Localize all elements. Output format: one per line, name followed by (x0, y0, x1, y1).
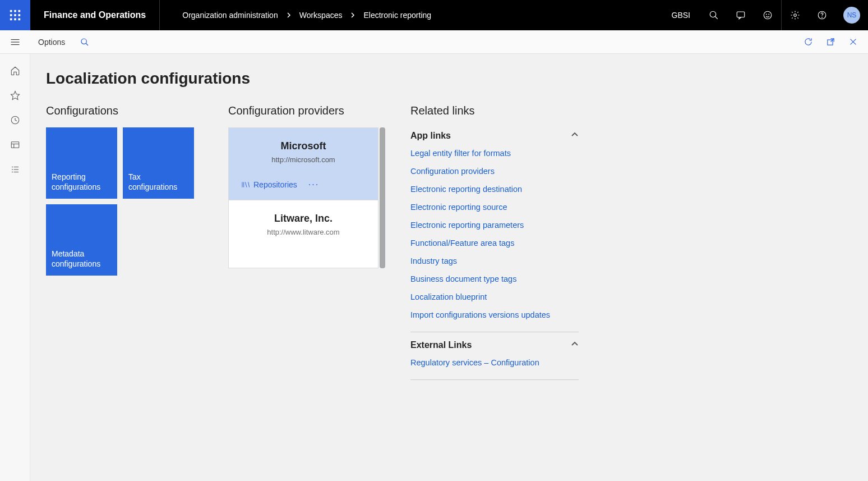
link-er-parameters[interactable]: Electronic reporting parameters (410, 216, 579, 234)
link-legal-entity-filter[interactable]: Legal entity filter for formats (410, 144, 579, 162)
star-icon (10, 90, 20, 100)
more-actions-button[interactable]: ··· (305, 180, 322, 190)
top-bar: Finance and Operations Organization admi… (0, 0, 868, 30)
company-code[interactable]: GBSI (662, 11, 700, 20)
provider-name: Litware, Inc. (239, 213, 368, 225)
svg-line-22 (86, 43, 88, 45)
options-menu[interactable]: Options (30, 38, 73, 47)
left-nav-rail (0, 54, 30, 481)
svg-line-10 (715, 16, 718, 19)
link-import-config-updates[interactable]: Import configurations versions updates (410, 306, 579, 324)
repositories-label: Repositories (253, 180, 297, 189)
user-avatar[interactable]: NS (843, 7, 860, 24)
app-title: Finance and Operations (30, 0, 160, 30)
link-localization-blueprint[interactable]: Localization blueprint (410, 288, 579, 306)
gear-icon (790, 10, 800, 20)
tile-metadata-configurations[interactable]: Metadata configurations (46, 204, 117, 276)
breadcrumb-item[interactable]: Electronic reporting (363, 11, 431, 20)
app-links-list: Legal entity filter for formats Configur… (410, 144, 579, 332)
help-icon (817, 10, 827, 20)
waffle-button[interactable] (0, 0, 30, 30)
smile-icon (763, 10, 773, 20)
waffle-icon (9, 9, 21, 21)
page-title: Localization configurations (46, 70, 852, 88)
provider-actions: Repositories ··· (239, 180, 368, 190)
breadcrumb-item[interactable]: Workspaces (299, 11, 343, 20)
link-business-doc-tags[interactable]: Business document type tags (410, 270, 579, 288)
provider-url: http://www.litware.com (239, 228, 368, 236)
tile-tax-configurations[interactable]: Tax configurations (123, 127, 194, 199)
repositories-link[interactable]: Repositories (241, 180, 297, 189)
link-er-source[interactable]: Electronic reporting source (410, 198, 579, 216)
svg-rect-11 (737, 12, 745, 17)
page-content: Localization configurations Configuratio… (30, 54, 868, 481)
nav-recent[interactable] (0, 108, 30, 132)
provider-card-litware[interactable]: Litware, Inc. http://www.litware.com (229, 200, 378, 268)
link-functional-tags[interactable]: Functional/Feature area tags (410, 234, 579, 252)
search-button[interactable] (700, 0, 727, 30)
search-icon (709, 10, 719, 20)
help-button[interactable] (809, 0, 835, 30)
chat-button[interactable] (727, 0, 754, 30)
provider-url: http://microsoft.com (239, 155, 368, 164)
section-providers: Configuration providers Microsoft http:/… (228, 104, 410, 380)
link-industry-tags[interactable]: Industry tags (410, 252, 579, 270)
nav-toggle-button[interactable] (0, 30, 30, 54)
nav-workspaces[interactable] (0, 132, 30, 157)
tile-reporting-configurations[interactable]: Reporting configurations (46, 127, 117, 199)
link-configuration-providers[interactable]: Configuration providers (410, 162, 579, 180)
link-er-destination[interactable]: Electronic reporting destination (410, 180, 579, 198)
provider-card-microsoft[interactable]: Microsoft http://microsoft.com Repositor… (229, 128, 378, 200)
chevron-right-icon (286, 11, 292, 20)
nav-favorites[interactable] (0, 83, 30, 108)
close-button[interactable] (842, 30, 864, 54)
home-icon (10, 66, 20, 76)
svg-rect-29 (11, 142, 19, 148)
tile-label: configurations (52, 182, 100, 193)
section-title: Configurations (46, 104, 228, 117)
provider-name: Microsoft (239, 140, 368, 152)
svg-rect-8 (19, 19, 21, 21)
svg-point-9 (710, 11, 716, 17)
refresh-icon (804, 37, 813, 47)
scrollbar[interactable] (380, 127, 385, 268)
nav-modules[interactable] (0, 157, 30, 182)
group-header-external-links[interactable]: External Links (410, 337, 579, 354)
svg-point-21 (81, 39, 86, 44)
svg-rect-5 (19, 14, 21, 16)
link-regulatory-services[interactable]: Regulatory services – Configuration (410, 354, 579, 372)
svg-rect-4 (14, 14, 16, 16)
chevron-up-icon (571, 131, 579, 141)
svg-point-15 (794, 14, 797, 17)
svg-point-17 (822, 17, 823, 17)
chat-icon (736, 10, 746, 20)
group-title: App links (410, 131, 451, 141)
refresh-button[interactable] (797, 30, 819, 54)
svg-point-14 (769, 14, 769, 15)
provider-list: Microsoft http://microsoft.com Repositor… (228, 127, 378, 268)
breadcrumb: Organization administration Workspaces E… (160, 11, 431, 20)
chevron-up-icon (571, 340, 579, 350)
close-icon (848, 37, 858, 47)
section-title: Related links (410, 104, 579, 117)
section-related-links: Related links App links Legal entity fil… (410, 104, 579, 380)
popout-button[interactable] (820, 30, 841, 54)
topbar-right: GBSI NS (662, 0, 868, 30)
section-title: Configuration providers (228, 104, 410, 117)
search-icon (80, 38, 89, 47)
svg-line-24 (830, 39, 834, 42)
settings-button[interactable] (782, 0, 809, 30)
svg-marker-27 (11, 91, 19, 100)
page-search-button[interactable] (73, 30, 96, 54)
svg-rect-2 (19, 10, 21, 12)
group-header-app-links[interactable]: App links (410, 127, 579, 144)
svg-point-13 (766, 14, 767, 15)
breadcrumb-item[interactable]: Organization administration (182, 11, 278, 20)
tile-label: Reporting (52, 172, 86, 182)
tile-label: configurations (128, 182, 177, 193)
section-configurations: Configurations Reporting configurations … (46, 104, 228, 380)
nav-home[interactable] (0, 58, 30, 83)
feedback-button[interactable] (754, 0, 781, 30)
options-bar-right (797, 30, 868, 54)
tile-label: Metadata (52, 249, 84, 259)
